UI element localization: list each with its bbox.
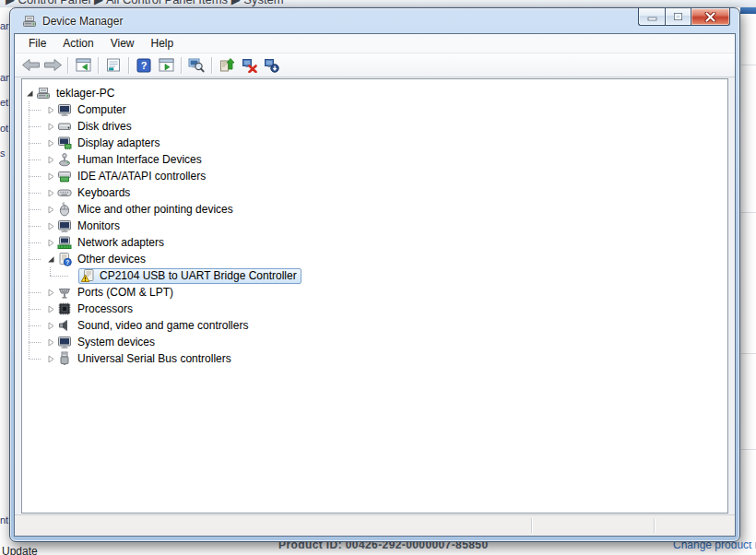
expander-collapsed-icon[interactable]: [45, 303, 57, 315]
monitor-icon: [57, 218, 72, 233]
toolbar-scan-for-hardware-changes-button[interactable]: [260, 55, 282, 76]
toolbar-forward-button[interactable]: [41, 55, 64, 76]
change-product-key-link[interactable]: Change product key: [673, 542, 756, 551]
expander-collapsed-icon[interactable]: [45, 337, 57, 348]
tree-item-label: teklager-PC: [54, 87, 116, 100]
windows-update-link[interactable]: Update: [2, 545, 38, 555]
menu-action[interactable]: Action: [54, 35, 101, 52]
tree-item-label: Sound, video and game controllers: [76, 319, 250, 332]
warning-device-icon: [80, 268, 95, 283]
tree-connector: [50, 267, 51, 276]
menu-help[interactable]: Help: [143, 35, 183, 52]
background-text-fragment: an: [0, 72, 9, 83]
background-text-fragment: nt: [0, 514, 8, 525]
tree-item-other-devices[interactable]: ?Other devices: [22, 251, 727, 267]
tree-item-sound-video-and-game-controllers[interactable]: Sound, video and game controllers: [22, 317, 727, 334]
tree-item-label: Mice and other pointing devices: [76, 203, 235, 216]
restore-button[interactable]: [665, 8, 691, 26]
tree-item-display-adapters[interactable]: Display adapters: [22, 135, 727, 151]
device-tree: teklager-PCComputerDisk drivesDisplay ad…: [22, 79, 727, 513]
background-right-sliver: [740, 7, 756, 555]
selected-item-highlight[interactable]: CP2104 USB to UART Bridge Controller: [78, 268, 301, 284]
tree-item-label: Disk drives: [76, 120, 134, 133]
toolbar-separator: [98, 57, 99, 74]
toolbar-back-button[interactable]: [19, 55, 41, 76]
device-manager-window: Device Manager FileActionViewHelp ? tekl…: [9, 7, 740, 542]
tree-item-label: Ports (COM & LPT): [76, 286, 175, 299]
tree-item-ports-com-lpt[interactable]: Ports (COM & LPT): [22, 284, 727, 301]
expander-collapsed-icon[interactable]: [45, 104, 57, 116]
tree-connector: [29, 101, 30, 359]
tree-item-label: CP2104 USB to UART Bridge Controller: [98, 269, 299, 282]
toolbar-uninstall-device-button[interactable]: [238, 55, 260, 76]
display-adapter-icon: [57, 136, 72, 150]
tree-item-universal-serial-bus-controllers[interactable]: Universal Serial Bus controllers: [22, 350, 727, 367]
toolbar-show-hide-console-tree-button[interactable]: [72, 55, 94, 76]
mouse-icon: [57, 202, 72, 217]
expander-collapsed-icon[interactable]: [45, 320, 57, 332]
tree-item-processors[interactable]: Processors: [22, 301, 727, 317]
status-bar: [15, 514, 735, 536]
expander-collapsed-icon[interactable]: [45, 154, 57, 166]
hid-icon: [57, 152, 72, 167]
tree-item-mice-and-other-pointing-devices[interactable]: Mice and other pointing devices: [22, 201, 727, 218]
background-divider-line: [741, 212, 756, 213]
tree-item-ide-ata-atapi-controllers[interactable]: IDE ATA/ATAPI controllers: [22, 168, 727, 184]
background-text-fragment: s: [0, 148, 6, 159]
product-id-text: Product ID: 00426-292-0000007-85850: [278, 542, 488, 551]
expander-collapsed-icon[interactable]: [45, 121, 57, 133]
device-tree-pane[interactable]: teklager-PCComputerDisk drivesDisplay ad…: [21, 78, 728, 514]
toolbar-help-button[interactable]: ?: [133, 55, 155, 76]
toolbar-properties-button[interactable]: [102, 55, 124, 76]
tree-connector: [29, 359, 41, 360]
close-button[interactable]: [691, 8, 730, 26]
background-text-fragment: etl: [0, 97, 9, 108]
expander-collapsed-icon[interactable]: [45, 237, 57, 249]
tree-connector: [29, 342, 41, 343]
expander-collapsed-icon[interactable]: [45, 204, 57, 216]
background-divider-line: [741, 353, 756, 354]
tree-item-disk-drives[interactable]: Disk drives: [22, 118, 727, 135]
tree-connector: [29, 159, 41, 160]
tree-connector: [50, 276, 68, 277]
tree-item-label: System devices: [76, 336, 157, 348]
tree-item-system-devices[interactable]: System devices: [22, 334, 727, 350]
toolbar-show-hide-action-pane-button[interactable]: [155, 55, 177, 76]
expander-expanded-icon[interactable]: [45, 254, 57, 266]
menu-file[interactable]: File: [20, 35, 54, 52]
scan-hw-icon: [264, 57, 279, 73]
menu-view[interactable]: View: [102, 35, 143, 52]
screen: ▶ Control Panel ▶ All Control Panel Item…: [0, 0, 756, 555]
expander-collapsed-icon[interactable]: [45, 220, 57, 232]
expander-collapsed-icon[interactable]: [45, 137, 57, 149]
processor-icon: [57, 301, 72, 316]
tree-item-cp2104-usb-to-uart-bridge-controller[interactable]: CP2104 USB to UART Bridge Controller: [22, 267, 727, 284]
toolbar-update-driver-button[interactable]: [216, 55, 238, 76]
tree-connector: [29, 259, 41, 260]
background-divider-line: [741, 65, 756, 65]
console-tree-icon: [76, 58, 91, 72]
tree-item-keyboards[interactable]: Keyboards: [22, 184, 727, 201]
tree-connector: [29, 209, 41, 210]
tree-connector: [29, 292, 41, 293]
tree-item-monitors[interactable]: Monitors: [22, 218, 727, 234]
minimize-button[interactable]: [638, 8, 665, 26]
tree-item-network-adapters[interactable]: Network adapters: [22, 234, 727, 251]
expander-collapsed-icon[interactable]: [45, 171, 57, 183]
ide-controller-icon: [57, 169, 72, 183]
tree-item-teklager-pc[interactable]: teklager-PC: [22, 85, 727, 101]
expander-expanded-icon[interactable]: [24, 88, 36, 100]
expander-collapsed-icon[interactable]: [45, 187, 57, 199]
keyboard-icon: [57, 185, 72, 200]
tree-item-computer[interactable]: Computer: [22, 101, 727, 118]
title-bar[interactable]: Device Manager: [10, 8, 739, 33]
background-text-fragment: ot: [0, 123, 8, 134]
forward-arrow-icon: [43, 58, 63, 72]
expander-collapsed-icon[interactable]: [45, 353, 57, 365]
tree-item-human-interface-devices[interactable]: Human Interface Devices: [22, 151, 727, 168]
expander-collapsed-icon[interactable]: [45, 287, 57, 299]
disk-drive-icon: [57, 119, 72, 134]
toolbar-scan-computer-button[interactable]: [185, 55, 207, 76]
breadcrumb: ▶ Control Panel ▶ All Control Panel Item…: [6, 0, 284, 6]
background-breadcrumb-strip: ▶ Control Panel ▶ All Control Panel Item…: [0, 0, 756, 7]
